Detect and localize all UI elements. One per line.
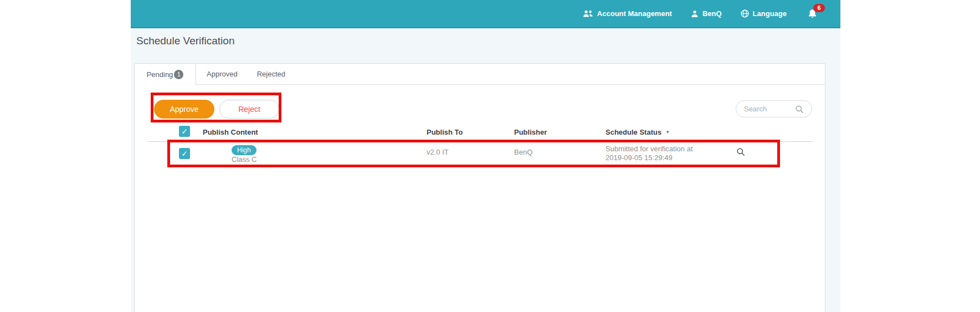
globe-icon <box>741 9 749 18</box>
page-title: Schedule Verification <box>136 35 234 47</box>
search-icon[interactable] <box>795 105 804 114</box>
search-input[interactable] <box>744 105 795 113</box>
column-header-publish-to: Publish To <box>427 128 463 136</box>
account-management-label: Account Management <box>597 9 672 18</box>
tab-pending[interactable]: Pending 1 <box>135 64 196 85</box>
search-box <box>736 100 812 117</box>
status-line-1: Submitted for verification at <box>606 145 693 154</box>
column-header-publisher: Publisher <box>514 128 547 136</box>
check-icon: ✓ <box>181 127 188 136</box>
row-status-cell: Submitted for verification at 2019-09-05… <box>606 145 693 162</box>
account-management-link[interactable]: Account Management <box>583 9 672 18</box>
column-header-schedule-status[interactable]: Schedule Status▼ <box>606 128 670 136</box>
magnifier-icon <box>736 147 745 156</box>
tab-rejected-label: Rejected <box>257 70 285 78</box>
row-checkbox[interactable]: ✓ <box>179 148 190 159</box>
user-name-label: BenQ <box>702 9 722 18</box>
approve-button[interactable]: Approve <box>154 100 214 119</box>
top-bar: Account Management BenQ Language 6 <box>131 0 840 28</box>
column-header-publish-content: Publish Content <box>203 128 258 136</box>
reject-button[interactable]: Reject <box>219 100 279 119</box>
select-all-checkbox[interactable]: ✓ <box>179 126 190 137</box>
notifications-button[interactable]: 6 <box>808 9 817 19</box>
tab-approved[interactable]: Approved <box>198 64 247 85</box>
row-content-cell: Class C <box>232 155 257 163</box>
schedule-status-label: Schedule Status <box>606 128 661 136</box>
account-management-icon <box>583 10 593 18</box>
row-publish-to-cell: v2.0 IT <box>427 148 449 156</box>
check-icon: ✓ <box>181 149 188 158</box>
table-header-divider <box>147 141 813 142</box>
user-icon <box>691 10 699 18</box>
row-view-details-button[interactable] <box>736 147 745 156</box>
language-label: Language <box>753 9 787 18</box>
sort-caret-icon: ▼ <box>665 130 670 135</box>
tab-bar: Pending 1 Approved Rejected <box>135 64 825 85</box>
status-line-2: 2019-09-05 15:29:49 <box>606 154 693 162</box>
tab-approved-label: Approved <box>207 70 238 78</box>
user-menu[interactable]: BenQ <box>691 9 722 18</box>
priority-badge: High <box>232 145 256 155</box>
notification-count-badge: 6 <box>813 4 825 12</box>
pending-count-badge: 1 <box>174 70 183 79</box>
row-publisher-cell: BenQ <box>514 148 532 156</box>
language-menu[interactable]: Language <box>741 9 787 18</box>
tab-pending-label: Pending <box>147 70 173 79</box>
tab-rejected[interactable]: Rejected <box>248 64 294 85</box>
